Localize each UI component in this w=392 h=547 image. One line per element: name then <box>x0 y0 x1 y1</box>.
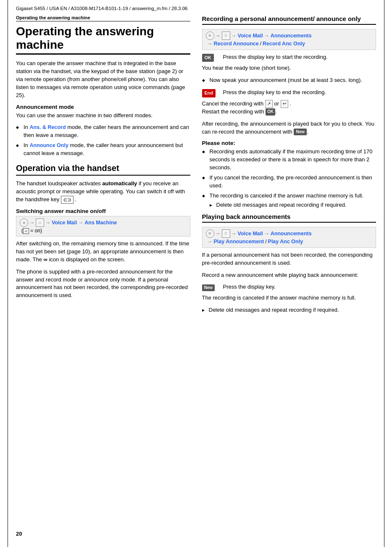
ok-row: OK Press the display key to start the re… <box>202 53 376 62</box>
nav-menu-icon: ⊙ <box>20 218 28 227</box>
cancel-text: Cancel the recording with ↗ or ↩ . Resta… <box>202 100 376 116</box>
nav-row-record2: → Record Announce / Record Anc Only <box>206 41 373 47</box>
play-nav-sq: □ <box>222 229 230 238</box>
play-sub-bullet: Delete old messages and repeat recording… <box>202 306 376 314</box>
page-header: Gigaset S455 / USA EN / A31008-M1714-B10… <box>0 0 392 11</box>
ok-badge-col: OK <box>202 54 223 62</box>
nav-row-switching: ⊙ → □ → Voice Mail → Ans Machine <box>20 218 187 227</box>
play-nav-play-anc-only: Play Anc Only <box>268 239 303 245</box>
note-bullet-3: The recording is canceled if the answer … <box>202 192 376 209</box>
playing-back-rule <box>202 222 376 223</box>
end-text: Press the display key to end the recordi… <box>223 89 376 97</box>
note-bullet-2: If you cancel the recording, the pre-rec… <box>202 174 376 190</box>
please-note-title: Please note: <box>202 140 376 146</box>
end-badge: End <box>202 89 216 97</box>
note-sub-list: Delete old messages and repeat recording… <box>210 201 376 209</box>
right-section1-title: Recording a personal announcement/ annou… <box>202 15 376 22</box>
nav-voice-mail: Voice Mail <box>52 220 77 226</box>
now-speak-item: Now speak your announcement (must be at … <box>202 76 376 84</box>
playing-back-title: Playing back announcements <box>202 213 376 220</box>
bullet-item-2: In Announce Only mode, the caller hears … <box>16 142 190 158</box>
new-badge-col: New <box>202 284 223 292</box>
announce-only-label: Announce Only <box>29 142 68 148</box>
section-label: Operating the answering machine <box>16 15 190 21</box>
title-rule <box>16 53 190 55</box>
play-nav-row2: → Play Announcement / Play Anc Only <box>206 239 373 245</box>
switching-title: Switching answer machine on/off <box>16 208 190 214</box>
play-text3: The recording is canceled if the answer … <box>202 294 376 302</box>
checkbox-icon: ✓ <box>23 228 29 234</box>
new-badge: New <box>294 129 307 136</box>
main-title-line2: machine <box>16 38 64 51</box>
note-sub-bullet: Delete old messages and repeat recording… <box>210 201 376 209</box>
ok-text: Press the display key to start the recor… <box>223 53 376 61</box>
operation-text1: The handset loudspeaker activates <box>16 180 102 187</box>
right-section1-rule <box>202 24 376 25</box>
right-nav-voice-mail: Voice Mail <box>238 33 263 39</box>
announcement-mode-title: Announcement mode <box>16 104 190 110</box>
content-area: Operating the answering machine Operatin… <box>0 15 392 318</box>
right-nav-record-announce: Record Announce <box>214 41 259 47</box>
nav-sq-1: □ <box>222 32 230 40</box>
arrow1: → <box>29 220 34 226</box>
switching-nav-row: ⊙ → □ → Voice Mail → Ans Machine (✓ = on… <box>16 216 190 237</box>
play-nav-announcements: Announcements <box>271 231 312 237</box>
right-nav-announcements: Announcements <box>271 33 312 39</box>
announcement-mode-bullets: In Ans. & Record mode, the caller hears … <box>16 124 190 157</box>
main-title-line1: Operating the answering <box>16 25 154 38</box>
nav-on-text: (✓ = on) <box>20 228 187 234</box>
note-bullet-1: Recording ends automatically if the maxi… <box>202 148 376 172</box>
ans-record-label: Ans. & Record <box>29 124 66 130</box>
press-display-text: Press the display key. <box>223 283 376 291</box>
handsfree-icon: ⊏⊐ <box>61 196 74 204</box>
recording-nav: ⊙ → □ → Voice Mail → Announcements → Rec… <box>202 29 376 50</box>
new-badge2: New <box>202 284 215 292</box>
main-title: Operating the answering machine <box>16 25 190 52</box>
now-speak-bullets: Now speak your announcement (must be at … <box>202 76 376 84</box>
infinity-icon: ∞ <box>44 256 49 263</box>
header-path: Gigaset S455 / USA EN / A31008-M1714-B10… <box>16 6 187 11</box>
play-nav-play-announce: Play Announcement <box>214 239 264 245</box>
playback-nav: ⊙ → □ → Voice Mail → Announcements → Pla… <box>202 227 376 248</box>
please-note-bullets: Recording ends automatically if the maxi… <box>202 148 376 209</box>
operation-rule <box>16 175 190 176</box>
switching-text1: After switching on, the remaining memory… <box>16 240 190 264</box>
nav-ans-machine: Ans Machine <box>84 220 117 226</box>
new-row: New Press the display key. <box>202 283 376 292</box>
intro-text: You can operate the answer machine that … <box>16 60 190 99</box>
end-badge-col: End <box>202 89 223 97</box>
operation-title: Operation via the handset <box>16 163 190 173</box>
play-text1: If a personal announcement has not been … <box>202 251 376 267</box>
right-column: Recording a personal announcement/ annou… <box>202 15 376 318</box>
nav-row-record1: ⊙ → □ → Voice Mail → Announcements <box>206 32 373 40</box>
bullet-item-1: In Ans. & Record mode, the caller hears … <box>16 124 190 139</box>
play-nav-voice-mail: Voice Mail <box>238 231 263 237</box>
nav-circle-1: ⊙ <box>206 32 214 40</box>
play-text2: Record a new announcement while playing … <box>202 271 376 279</box>
page-number: 20 <box>16 531 22 537</box>
ok-badge: OK <box>202 54 214 62</box>
play-nav-circle: ⊙ <box>206 229 214 238</box>
arrow3: → <box>78 220 83 226</box>
right-nav-record-anc-only: Record Anc Only <box>263 41 305 47</box>
nav-square-icon: □ <box>36 218 44 227</box>
cancel-icon1: ↗ <box>265 100 273 108</box>
announcement-mode-text: You can use the answer machine in two di… <box>16 112 190 120</box>
operation-bold: automatically <box>102 180 137 187</box>
page-border-left <box>8 0 8 547</box>
play-nav-row1: ⊙ → □ → Voice Mail → Announcements <box>206 229 373 238</box>
restart-ok-badge: OK <box>266 108 275 116</box>
ready-tone-text: You hear the ready tone (short tone). <box>202 64 376 72</box>
after-recording-text: After recording, the announcement is pla… <box>202 120 376 136</box>
arrow2: → <box>45 220 50 226</box>
switching-text3: The phone is supplied with a pre-recorde… <box>16 268 190 300</box>
play-sub-list: Delete old messages and repeat recording… <box>202 306 376 314</box>
page-border-right <box>384 0 384 547</box>
left-column: Operating the answering machine Operatin… <box>16 15 190 318</box>
operation-text: The handset loudspeaker activates automa… <box>16 180 190 204</box>
end-row: End Press the display key to end the rec… <box>202 89 376 97</box>
cancel-icon2: ↩ <box>281 100 288 108</box>
